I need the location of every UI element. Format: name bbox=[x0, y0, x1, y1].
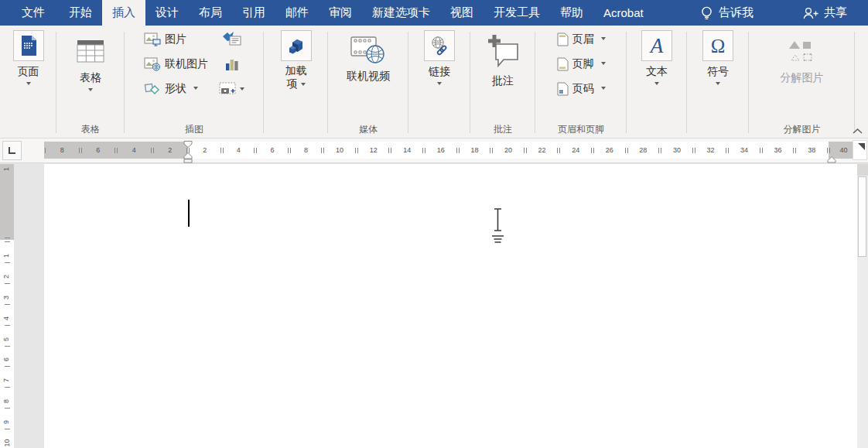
ruler-cell: 18 bbox=[458, 142, 492, 159]
chart-button[interactable] bbox=[225, 52, 239, 77]
scrollbar-top-track bbox=[857, 164, 868, 176]
decompose-button: 分解图片 bbox=[781, 35, 824, 121]
group-illustrations: 图片 联机图片 bbox=[125, 26, 264, 138]
tab-insert[interactable]: 插入 bbox=[102, 0, 145, 26]
dropdown-arrow-icon bbox=[601, 87, 606, 90]
ruler-cell: 4 bbox=[222, 142, 256, 159]
links-button[interactable]: 链接 bbox=[424, 30, 455, 121]
dropdown-arrow-icon bbox=[601, 37, 606, 40]
ruler-cell: 2 bbox=[188, 142, 222, 159]
tell-me-button[interactable]: 告诉我 bbox=[690, 0, 764, 26]
group-symbols: Ω 符号 bbox=[687, 26, 749, 138]
ruler-cell: 4 bbox=[0, 303, 14, 323]
ruler-toggle-button[interactable] bbox=[853, 140, 867, 160]
shapes-icon bbox=[144, 82, 161, 96]
tab-layout[interactable]: 布局 bbox=[189, 0, 232, 26]
collapse-ribbon-icon[interactable] bbox=[853, 128, 863, 134]
ruler-cell: 2 bbox=[0, 261, 14, 282]
online-video-label: 联机视频 bbox=[347, 69, 390, 84]
group-label-illustrations: 插图 bbox=[125, 121, 264, 138]
ruler-cell: 1 bbox=[0, 164, 14, 240]
link-icon bbox=[424, 30, 455, 61]
tabbar-spacer bbox=[764, 0, 791, 26]
symbols-button[interactable]: Ω 符号 bbox=[702, 30, 733, 121]
group-label-addins bbox=[264, 121, 328, 138]
decompose-picture-icon bbox=[787, 35, 818, 67]
group-label-text bbox=[627, 121, 687, 138]
tab-review[interactable]: 审阅 bbox=[319, 0, 362, 26]
hanging-indent-marker[interactable] bbox=[183, 152, 193, 163]
page-icon bbox=[13, 30, 44, 61]
pictures-button[interactable]: 图片 bbox=[144, 27, 208, 52]
tab-references[interactable]: 引用 bbox=[232, 0, 275, 26]
scrollbar-thumb[interactable] bbox=[858, 176, 866, 257]
document-area: 1 12345678910 bbox=[0, 164, 868, 448]
ruler-cell: 8 bbox=[0, 385, 14, 406]
horizontal-ruler[interactable]: 8642 2468101214161820222426283032343638 … bbox=[44, 142, 859, 159]
chart-icon bbox=[225, 57, 239, 71]
vertical-ruler[interactable]: 1 12345678910 bbox=[0, 164, 14, 448]
page-number-icon bbox=[557, 82, 569, 96]
tab-view[interactable]: 视图 bbox=[440, 0, 484, 26]
online-video-button[interactable]: 联机视频 bbox=[347, 33, 390, 121]
addins-button[interactable]: 加载 项 bbox=[281, 30, 312, 121]
footer-button[interactable]: 页脚 bbox=[557, 52, 606, 77]
left-tab-icon bbox=[9, 147, 15, 154]
smartart-button[interactable] bbox=[222, 27, 242, 52]
dropdown-arrow-icon bbox=[301, 83, 306, 86]
dropdown-arrow-icon bbox=[716, 82, 720, 85]
page-number-button[interactable]: 页码 bbox=[557, 77, 606, 101]
ruler-cell: 16 bbox=[424, 142, 458, 159]
group-label-comments: 批注 bbox=[470, 121, 535, 138]
tab-acrobat[interactable]: Acrobat bbox=[593, 0, 654, 26]
tab-mailings[interactable]: 邮件 bbox=[275, 0, 319, 26]
tab-file[interactable]: 文件 bbox=[8, 0, 59, 26]
ruler-cell: 32 bbox=[694, 142, 728, 159]
ruler-cell: 7 bbox=[0, 364, 14, 385]
online-pictures-button[interactable]: 联机图片 bbox=[144, 52, 208, 77]
addins-label-line1: 加载 bbox=[285, 64, 307, 77]
header-button[interactable]: 页眉 bbox=[557, 27, 606, 52]
table-button[interactable]: 表格 bbox=[77, 35, 104, 121]
ruler-cell: 22 bbox=[525, 142, 559, 159]
vertical-scrollbar[interactable] bbox=[857, 164, 868, 448]
addins-label-line2: 项 bbox=[287, 77, 306, 91]
tab-new-tab[interactable]: 新建选项卡 bbox=[362, 0, 440, 26]
right-indent-marker[interactable] bbox=[827, 156, 836, 163]
screenshot-button[interactable] bbox=[219, 77, 244, 101]
ruler-left-margin: 8642 bbox=[44, 142, 188, 159]
group-label-symbols bbox=[687, 121, 749, 138]
pages-button[interactable]: 页面 bbox=[13, 30, 44, 121]
dropdown-arrow-icon bbox=[240, 87, 244, 91]
tab-help[interactable]: 帮助 bbox=[550, 0, 593, 26]
comment-button[interactable]: 批注 bbox=[487, 32, 519, 121]
first-line-indent-marker[interactable] bbox=[183, 141, 193, 148]
header-label: 页眉 bbox=[572, 32, 594, 46]
page[interactable] bbox=[44, 164, 857, 448]
ruler-cell: 1 bbox=[0, 240, 14, 261]
tab-stop-selector[interactable] bbox=[2, 141, 22, 160]
omega-icon: Ω bbox=[702, 30, 733, 61]
vruler-main: 12345678910 bbox=[0, 240, 14, 448]
tab-design[interactable]: 设计 bbox=[145, 0, 189, 26]
share-button[interactable]: 共享 bbox=[791, 0, 857, 26]
group-tables: 表格 表格 bbox=[56, 26, 125, 138]
italic-a-icon: A bbox=[641, 30, 672, 61]
tab-developer[interactable]: 开发工具 bbox=[484, 0, 550, 26]
ruler-cell: 28 bbox=[627, 142, 661, 159]
text-label: 文本 bbox=[646, 64, 668, 79]
page-number-label: 页码 bbox=[572, 82, 594, 96]
comment-label: 批注 bbox=[492, 74, 514, 88]
ribbon-insert: 页面 表格 bbox=[0, 26, 868, 139]
text-button[interactable]: A 文本 bbox=[641, 30, 672, 121]
group-label-links bbox=[408, 121, 470, 138]
table-icon bbox=[77, 35, 104, 67]
group-header-footer: 页眉 页脚 bbox=[535, 26, 627, 138]
shapes-button[interactable]: 形状 bbox=[144, 77, 208, 101]
header-icon bbox=[557, 32, 569, 46]
group-addins: 加载 项 bbox=[264, 26, 328, 138]
group-label-decompose: 分解图片 bbox=[749, 121, 855, 138]
tab-home[interactable]: 开始 bbox=[59, 0, 102, 26]
ruler-cell: 8 bbox=[44, 142, 80, 159]
ibeam-pointer-icon bbox=[487, 207, 507, 246]
